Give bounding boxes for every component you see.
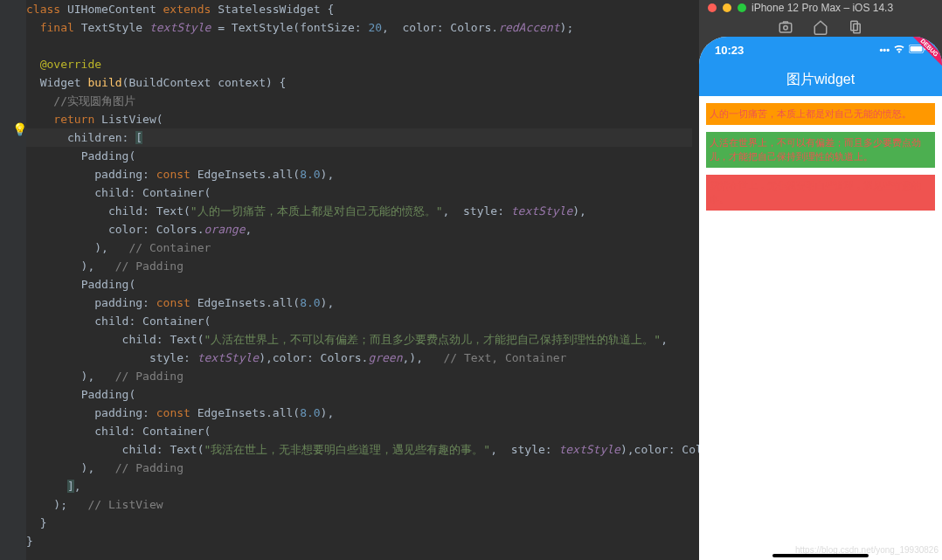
traffic-lights	[708, 3, 746, 12]
all: .all(	[266, 406, 300, 419]
listview: ListView	[101, 113, 156, 126]
status-icons: •••	[879, 45, 926, 55]
colors: Colors.	[321, 351, 369, 364]
svg-rect-0	[779, 24, 792, 33]
comment: // ListView	[87, 498, 163, 511]
type: BuildContext	[128, 76, 211, 89]
text: Text	[170, 443, 197, 456]
lbl: padding:	[94, 406, 156, 419]
ios-simulator: iPhone 12 Pro Max – iOS 14.3 DEBUG 10:23…	[699, 0, 942, 560]
editor-content: class UIHomeContent extends StatelessWid…	[7, 0, 692, 550]
color-val: green	[368, 351, 402, 364]
edge: EdgeInsets	[197, 296, 266, 309]
svg-point-1	[784, 26, 788, 31]
color-val: orange	[204, 223, 246, 236]
children: children:	[67, 131, 135, 144]
param: color:	[403, 21, 451, 34]
home-icon[interactable]	[813, 19, 828, 35]
kw-class: class	[26, 3, 60, 16]
string: "人活在世界上，不可以有偏差；而且多少要费点劲儿，才能把自己保持到理性的轨道上。…	[204, 333, 661, 346]
code-editor[interactable]: 💡 class UIHomeContent extends StatelessW…	[0, 0, 699, 560]
color-trail: Color	[682, 443, 699, 456]
color-val: redAccent	[498, 21, 559, 34]
wifi-icon	[893, 45, 905, 55]
lbl: child:	[122, 333, 170, 346]
padding: Padding	[81, 388, 129, 401]
var: textStyle	[149, 21, 211, 34]
status-time: 10:23	[715, 44, 744, 57]
text: Text	[170, 333, 197, 346]
lbl: style:	[463, 204, 511, 218]
minimize-icon[interactable]	[723, 3, 731, 12]
param: fontSize:	[300, 21, 368, 34]
lbl: child:	[94, 186, 142, 199]
device-screen: DEBUG 10:23 ••• 图片widget 人的一切痛苦，本质上都是对自己…	[699, 37, 942, 560]
lbl: style:	[149, 351, 197, 364]
lbl: color:	[634, 443, 682, 456]
var: textStyle	[558, 443, 620, 456]
text: Text	[156, 204, 184, 218]
class-name: UIHomeContent	[67, 3, 156, 16]
comment: // Text, Container	[444, 351, 567, 364]
intention-bulb-icon[interactable]: 💡	[12, 122, 27, 136]
comment: // Padding	[115, 370, 184, 383]
status-bar: 10:23 •••	[699, 37, 942, 63]
lbl: style:	[511, 443, 559, 456]
param: context	[218, 76, 266, 89]
lbl: padding:	[94, 168, 156, 181]
gutter	[0, 0, 26, 560]
edge: EdgeInsets	[197, 406, 266, 419]
num: 8.0	[300, 168, 320, 181]
const: const	[156, 296, 190, 309]
content-area[interactable]: 人的一切痛苦，本质上都是对自己无能的愤怒。 人活在世界上，不可以有偏差；而且多少…	[699, 96, 942, 560]
maximize-icon[interactable]	[738, 3, 746, 12]
rotate-icon[interactable]	[848, 19, 863, 35]
text-block-3: 我活在世上，无非想要明白些道理，遇见些有趣的事。	[706, 175, 935, 211]
comment: // Padding	[115, 461, 184, 474]
type: TextStyle	[81, 21, 142, 34]
lbl: color:	[273, 351, 321, 364]
string: "人的一切痛苦，本质上都是对自己无能的愤怒。"	[190, 204, 443, 218]
all: .all(	[266, 168, 300, 181]
simulator-title: iPhone 12 Pro Max – iOS 14.3	[752, 2, 893, 14]
annotation: @override	[40, 58, 101, 71]
lbl: padding:	[94, 296, 156, 309]
colors: Colors.	[450, 21, 498, 34]
comment: // Container	[128, 241, 211, 254]
lbl: child:	[94, 315, 142, 328]
colors: Colors.	[156, 223, 204, 236]
const: const	[156, 406, 190, 419]
svg-rect-5	[911, 46, 923, 52]
close-icon[interactable]	[708, 3, 717, 12]
eq: =	[211, 21, 231, 34]
method: build	[87, 76, 121, 89]
padding: Padding	[81, 149, 129, 162]
num: 20	[368, 21, 382, 34]
edge: EdgeInsets	[197, 168, 266, 181]
all: .all(	[266, 296, 300, 309]
app-bar: 图片widget	[699, 63, 942, 96]
container: Container	[142, 186, 204, 199]
container: Container	[142, 315, 204, 328]
kw-extends: extends	[163, 3, 211, 16]
type: Widget	[40, 76, 81, 89]
lbl: child:	[108, 204, 156, 218]
ctor: TextStyle	[232, 21, 293, 34]
comment: // Padding	[115, 259, 184, 273]
lbl: color:	[108, 223, 156, 236]
simulator-titlebar: iPhone 12 Pro Max – iOS 14.3	[699, 0, 942, 37]
app-title: 图片widget	[786, 71, 855, 89]
kw-return: return	[53, 113, 94, 126]
const: const	[156, 168, 190, 181]
padding: Padding	[81, 278, 129, 291]
num: 8.0	[300, 296, 320, 309]
lbl: child:	[94, 425, 142, 438]
screenshot-icon[interactable]	[778, 19, 793, 35]
container: Container	[142, 425, 204, 438]
text-block-1: 人的一切痛苦，本质上都是对自己无能的愤怒。	[706, 103, 935, 125]
home-indicator[interactable]	[772, 554, 869, 557]
lbl: child:	[122, 443, 170, 456]
num: 8.0	[300, 406, 320, 419]
superclass: StatelessWidget	[218, 3, 320, 16]
kw-final: final	[40, 21, 74, 34]
